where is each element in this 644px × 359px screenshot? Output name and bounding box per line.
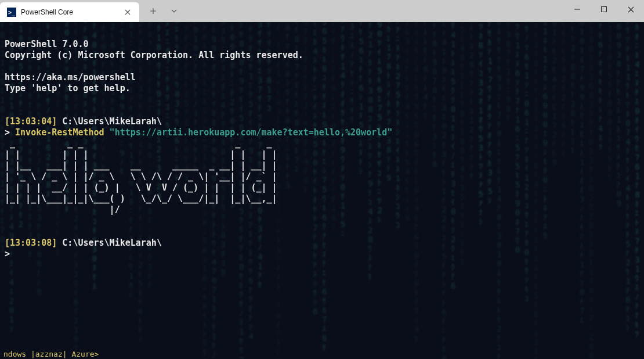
- maximize-button[interactable]: [591, 0, 617, 19]
- status-bar: ndows |azznaz| Azure>: [0, 349, 644, 359]
- prompt-symbol: >: [5, 249, 10, 259]
- tab-title: PowerShell Core: [21, 8, 118, 16]
- minimize-button[interactable]: [564, 0, 591, 19]
- prompt-path: C:\Users\MikeLarah\: [57, 238, 162, 248]
- terminal-area[interactable]: ｱ 7 ﾇ ｷ 9 ｽ ｲ 8 2 ｺ 1 ｺ 6 ｴ 1 0 ﾉ ﾄ ｻ 7 …: [0, 22, 644, 359]
- command-name: Invoke-RestMethod: [15, 127, 104, 138]
- tab-actions: [139, 0, 183, 22]
- tab-dropdown-button[interactable]: [165, 2, 183, 20]
- banner-link: https://aka.ms/powershell: [5, 72, 136, 82]
- prompt-symbol: >: [5, 127, 15, 138]
- ascii-art-output: _ _ _ _ _ | | | | | | | | | | |__ ___| |…: [5, 138, 277, 215]
- banner-line: Copyright (c) Microsoft Corporation. All…: [5, 50, 303, 60]
- new-tab-button[interactable]: [144, 2, 162, 20]
- prompt-path: C:\Users\MikeLarah\: [57, 116, 162, 127]
- tab-close-button[interactable]: [123, 8, 132, 17]
- banner-line: PowerShell 7.0.0: [5, 39, 89, 49]
- banner-help: Type 'help' to get help.: [5, 83, 131, 94]
- powershell-icon: >_: [7, 8, 16, 17]
- titlebar: >_ PowerShell Core: [0, 0, 644, 22]
- terminal-output: PowerShell 7.0.0 Copyright (c) Microsoft…: [0, 22, 644, 265]
- tab-powershell[interactable]: >_ PowerShell Core: [0, 2, 139, 22]
- prompt-timestamp: [13:03:04]: [5, 116, 57, 127]
- svg-rect-0: [602, 7, 607, 12]
- prompt-timestamp: [13:03:08]: [5, 238, 57, 248]
- window-controls: [564, 0, 644, 22]
- close-button[interactable]: [617, 0, 644, 19]
- command-arg: "https://artii.herokuapp.com/make?text=h…: [104, 127, 393, 138]
